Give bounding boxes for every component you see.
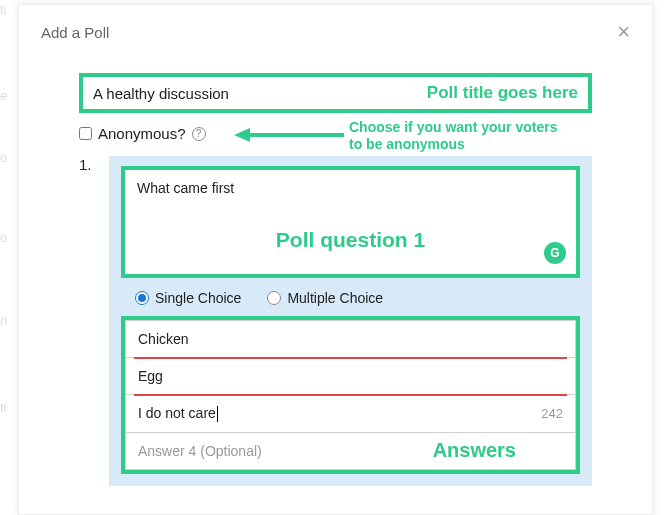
add-poll-modal: Add a Poll × Poll title goes here Anonym…	[18, 4, 653, 515]
question-textarea-wrap: What came first Poll question 1 G	[121, 166, 580, 278]
answer-text: I do not care	[138, 405, 218, 422]
single-choice-label: Single Choice	[155, 290, 241, 306]
text-cursor	[217, 406, 218, 422]
multiple-choice-label: Multiple Choice	[287, 290, 383, 306]
single-choice-option[interactable]: Single Choice	[135, 290, 241, 306]
answer-placeholder: Answer 4 (Optional)	[138, 443, 262, 459]
anonymous-row: Anonymous? ? Choose if you want your vot…	[79, 125, 592, 142]
modal-body: Poll title goes here Anonymous? ? Choose…	[19, 73, 652, 486]
char-counter: 242	[541, 406, 563, 421]
bg-text: o	[0, 150, 7, 165]
bg-text: ti	[0, 2, 7, 17]
annotation-question: Poll question 1	[276, 228, 425, 252]
choice-type-row: Single Choice Multiple Choice	[121, 290, 580, 316]
answer-text: Chicken	[138, 331, 189, 347]
annotation-answers: Answers	[433, 439, 516, 462]
answer-input-1[interactable]: Chicken	[125, 320, 576, 358]
answer-input-2[interactable]: Egg	[125, 358, 576, 395]
bg-text: o	[0, 230, 7, 245]
question-item: 1. What came first Poll question 1 G Sin…	[79, 156, 592, 486]
bg-text: e	[0, 88, 7, 103]
question-number: 1.	[79, 156, 97, 486]
arrow-icon	[234, 127, 344, 143]
modal-title: Add a Poll	[41, 24, 109, 41]
poll-title-input[interactable]	[93, 85, 360, 102]
bg-text: n	[0, 313, 7, 328]
help-icon[interactable]: ?	[192, 127, 206, 141]
multiple-choice-option[interactable]: Multiple Choice	[267, 290, 383, 306]
answer-input-3[interactable]: I do not care 242	[125, 395, 576, 433]
close-icon[interactable]: ×	[617, 21, 630, 43]
annotation-title: Poll title goes here	[427, 83, 578, 103]
answer-text: Egg	[138, 368, 163, 384]
radio-icon	[267, 291, 281, 305]
answers-area: Chicken Egg I do not care 242 Answer 4 (…	[121, 316, 580, 474]
question-textarea[interactable]: What came first	[137, 180, 564, 196]
anonymous-label: Anonymous?	[98, 125, 186, 142]
question-panel: What came first Poll question 1 G Single…	[109, 156, 592, 486]
grammarly-icon[interactable]: G	[544, 242, 566, 264]
svg-marker-1	[234, 128, 250, 142]
question-list: 1. What came first Poll question 1 G Sin…	[79, 156, 592, 486]
poll-title-area: Poll title goes here	[79, 73, 592, 113]
modal-header: Add a Poll ×	[19, 5, 652, 73]
anonymous-checkbox[interactable]	[79, 127, 92, 140]
radio-icon	[135, 291, 149, 305]
bg-text: ti	[0, 400, 7, 415]
annotation-anonymous: Choose if you want your voters to be ano…	[349, 119, 559, 153]
